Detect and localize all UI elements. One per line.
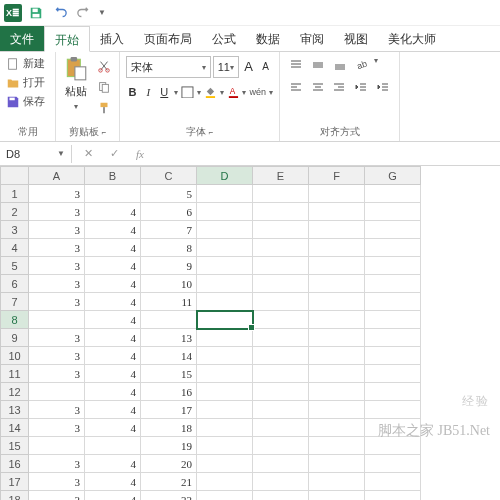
worksheet[interactable]: ABCDEFG135234633474348534963410734118493… [0,166,500,500]
cell[interactable] [365,311,421,329]
row-header-5[interactable]: 5 [1,257,29,275]
cell[interactable] [253,437,309,455]
underline-button[interactable]: U [158,82,171,102]
cell[interactable] [309,239,365,257]
cell[interactable] [253,473,309,491]
cell[interactable] [253,221,309,239]
tab-review[interactable]: 审阅 [290,26,334,51]
cell[interactable] [29,311,85,329]
cell[interactable] [309,419,365,437]
tab-data[interactable]: 数据 [246,26,290,51]
cell[interactable] [253,365,309,383]
cell[interactable] [253,491,309,501]
indent-dec-icon[interactable] [351,78,371,96]
cell[interactable]: 4 [85,401,141,419]
cell[interactable]: 14 [141,347,197,365]
col-header-G[interactable]: G [365,167,421,185]
cell[interactable]: 15 [141,365,197,383]
format-painter-icon[interactable] [93,98,115,118]
qat-dropdown-icon[interactable]: ▼ [98,8,106,17]
cell[interactable]: 18 [141,419,197,437]
align-middle-icon[interactable] [308,56,328,74]
row-header-14[interactable]: 14 [1,419,29,437]
cell[interactable]: 4 [85,365,141,383]
cell[interactable] [309,473,365,491]
row-header-2[interactable]: 2 [1,203,29,221]
cell[interactable] [197,473,253,491]
cell[interactable] [253,401,309,419]
cell[interactable]: 20 [141,455,197,473]
cell[interactable]: 4 [85,473,141,491]
save-file-button[interactable]: 保存 [6,92,49,111]
cell[interactable] [365,239,421,257]
cell[interactable] [365,365,421,383]
cell[interactable] [197,365,253,383]
phonetic-icon[interactable]: wén [249,82,266,102]
cell[interactable] [365,437,421,455]
cell[interactable] [253,257,309,275]
cell[interactable] [197,347,253,365]
cell[interactable]: 4 [85,239,141,257]
cell[interactable] [197,491,253,501]
cell[interactable]: 3 [29,455,85,473]
cell[interactable] [29,383,85,401]
cell[interactable] [309,329,365,347]
bold-button[interactable]: B [126,82,139,102]
cell[interactable] [85,437,141,455]
cell[interactable] [309,347,365,365]
cell[interactable] [197,455,253,473]
row-header-7[interactable]: 7 [1,293,29,311]
border-icon[interactable] [181,82,194,102]
save-icon[interactable] [26,3,46,23]
tab-home[interactable]: 开始 [44,26,90,52]
cell[interactable] [253,203,309,221]
cell[interactable] [365,293,421,311]
name-box[interactable]: D8▼ [0,145,72,163]
fill-color-icon[interactable] [204,82,217,102]
cell[interactable]: 21 [141,473,197,491]
cell[interactable]: 3 [29,293,85,311]
row-header-1[interactable]: 1 [1,185,29,203]
cell[interactable] [365,473,421,491]
cell[interactable]: 4 [85,275,141,293]
formula-input[interactable] [156,151,500,157]
cell[interactable]: 3 [29,473,85,491]
row-header-4[interactable]: 4 [1,239,29,257]
enter-icon[interactable]: ✓ [104,147,124,160]
cell[interactable] [253,239,309,257]
cell[interactable]: 4 [85,257,141,275]
cell[interactable] [309,383,365,401]
open-file-button[interactable]: 打开 [6,73,49,92]
fx-icon[interactable]: fx [130,148,150,160]
cell[interactable] [365,491,421,501]
cell[interactable] [365,203,421,221]
cell[interactable]: 8 [141,239,197,257]
row-header-8[interactable]: 8 [1,311,29,329]
cell[interactable]: 3 [29,275,85,293]
row-header-9[interactable]: 9 [1,329,29,347]
col-header-F[interactable]: F [309,167,365,185]
cell[interactable]: 9 [141,257,197,275]
cell[interactable]: 4 [85,293,141,311]
cell[interactable] [141,311,197,329]
col-header-E[interactable]: E [253,167,309,185]
copy-icon[interactable] [93,77,115,97]
cell[interactable]: 4 [85,311,141,329]
redo-icon[interactable] [74,3,94,23]
row-header-18[interactable]: 18 [1,491,29,501]
cell[interactable] [197,221,253,239]
orientation-icon[interactable]: ab [352,56,372,74]
cell[interactable] [253,455,309,473]
tab-beautify[interactable]: 美化大师 [378,26,446,51]
italic-button[interactable]: I [142,82,155,102]
cell[interactable] [309,203,365,221]
col-header-A[interactable]: A [29,167,85,185]
tab-file[interactable]: 文件 [0,26,44,51]
tab-insert[interactable]: 插入 [90,26,134,51]
cell[interactable]: 3 [29,491,85,501]
font-name-select[interactable]: 宋体▾ [126,56,211,78]
cell[interactable] [197,383,253,401]
grow-font-icon[interactable]: A [241,56,256,76]
cell[interactable]: 17 [141,401,197,419]
cancel-icon[interactable]: ✕ [78,147,98,160]
